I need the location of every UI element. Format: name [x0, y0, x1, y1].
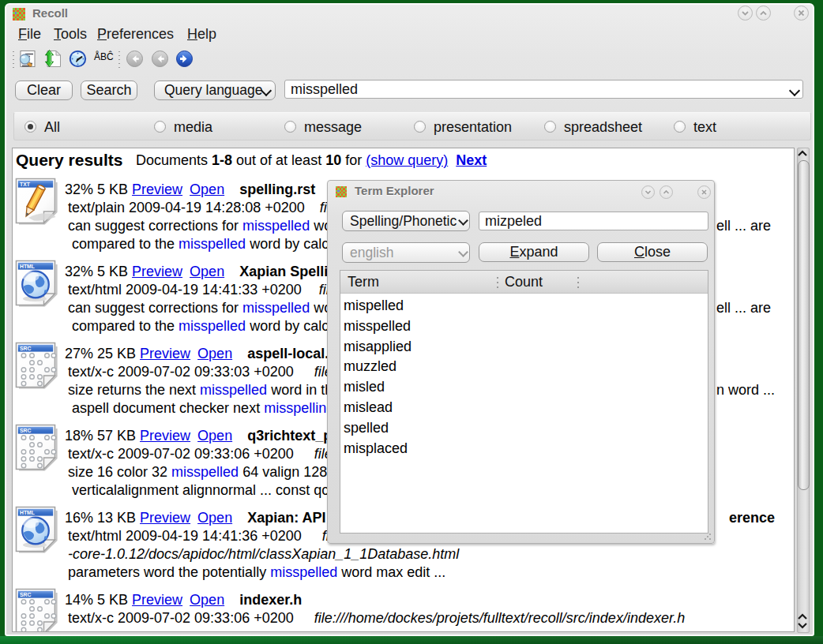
svg-text:SRC: SRC [20, 346, 31, 351]
svg-text:HTML: HTML [20, 510, 35, 515]
svg-text:TXT: TXT [20, 182, 31, 187]
svg-text:HTML: HTML [20, 264, 35, 269]
svg-text:SRC: SRC [20, 428, 31, 433]
svg-text:SRC: SRC [20, 592, 31, 597]
